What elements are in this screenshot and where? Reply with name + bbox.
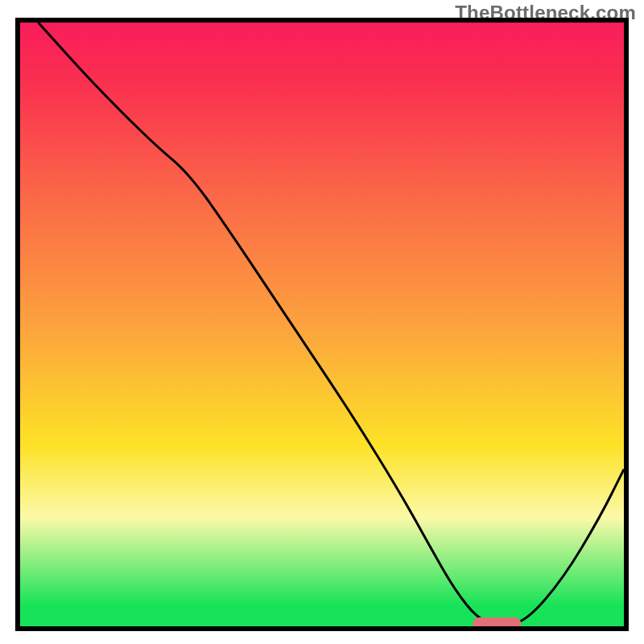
- plot-area: [18, 20, 626, 630]
- gradient-background: [20, 23, 624, 626]
- chart-container: TheBottleneck.com: [0, 0, 644, 644]
- bottleneck-chart: [0, 0, 644, 644]
